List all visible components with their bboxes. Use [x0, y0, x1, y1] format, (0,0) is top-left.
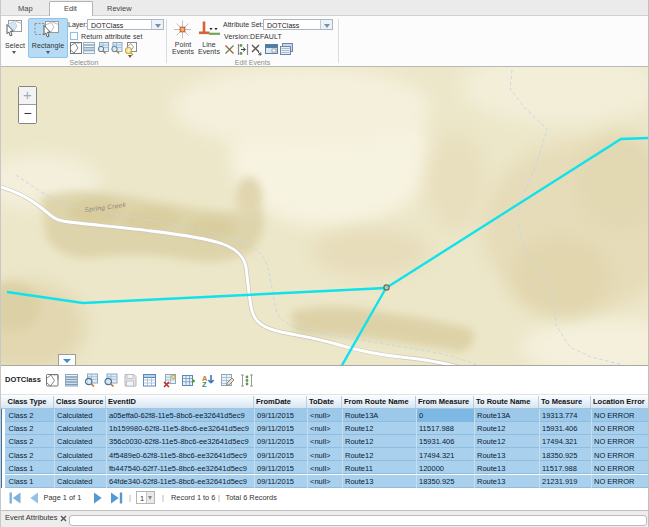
- svg-text:Z: Z: [202, 380, 207, 389]
